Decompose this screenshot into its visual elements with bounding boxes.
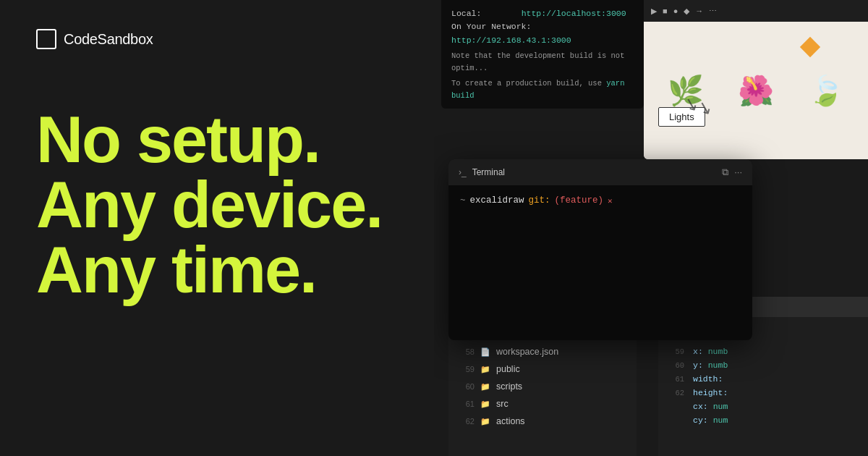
server-local-line: Local: http://localhost:3000	[451, 7, 634, 20]
line-num-58: 58	[460, 347, 475, 356]
file-tree-item-scripts[interactable]: 60 📁 scripts	[448, 378, 637, 395]
code-content-cx: cx: num	[693, 402, 728, 411]
line-num-60: 60	[460, 382, 475, 391]
foldername-public: public	[496, 364, 520, 374]
botanical-illustrations: 🌿 🌺 🍃	[644, 22, 868, 159]
network-url: http://192.168.43.1:3000	[451, 35, 571, 45]
foldername-src: src	[496, 399, 509, 409]
right-section: Local: http://localhost:3000 On Your Net…	[434, 0, 868, 456]
codesandbox-logo-icon	[36, 29, 56, 49]
circle-icon[interactable]: ●	[673, 7, 678, 15]
headline-line1: No setup.	[36, 107, 412, 172]
code-content-cy: cy: num	[693, 415, 728, 425]
terminal-prompt-line: ~ excalidraw git: (feature) ✕	[460, 195, 741, 206]
code-content-59: x: numb	[693, 347, 728, 356]
prompt-git-label: git:	[529, 195, 550, 206]
server-panel: Local: http://localhost:3000 On Your Net…	[441, 0, 644, 109]
folder-icon-actions: 📁	[480, 417, 490, 426]
code-line-61: 61 width:	[658, 372, 868, 386]
hero-headline: No setup. Any device. Any time.	[36, 107, 412, 303]
plant-icon-2: 🌺	[738, 74, 774, 108]
code-linenum-61: 61	[667, 375, 684, 384]
line-num-59: 59	[460, 365, 475, 373]
headline-line2: Any device.	[36, 172, 412, 237]
design-canvas: 🌿 🌺 🍃 Lights ↘↘	[644, 22, 868, 159]
local-url: http://localhost:3000	[522, 9, 626, 18]
code-content-60: y: numb	[693, 360, 728, 370]
code-line-60: 60 y: numb	[658, 358, 868, 372]
file-tree-panel: 57 📄 project.json 58 📄 workspace.json 59…	[448, 326, 637, 456]
code-linenum-62: 62	[667, 389, 684, 397]
file-tree-item-workspace[interactable]: 58 📄 workspace.json	[448, 343, 637, 360]
server-note2: To create a production build, use yarn b…	[451, 77, 634, 102]
terminal-body: ~ excalidraw git: (feature) ✕	[448, 185, 752, 216]
code-linenum-60: 60	[667, 361, 684, 370]
more-icon[interactable]: ⋯	[709, 7, 717, 16]
design-panel: ▶ ■ ● ◆ → ⋯ 🌿 🌺 🍃 Lights ↘↘	[644, 0, 868, 159]
code-linenum-59: 59	[667, 347, 684, 356]
foldername-actions: actions	[496, 416, 525, 426]
stop-icon[interactable]: ■	[663, 7, 668, 15]
file-tree-item-src[interactable]: 61 📁 src	[448, 395, 637, 413]
file-tree-item-actions[interactable]: 62 📁 actions	[448, 413, 637, 430]
code-line-62: 62 height:	[658, 386, 868, 400]
prompt-x: ✕	[608, 196, 613, 206]
server-note1: Note that the development build is not o…	[451, 50, 634, 75]
hero-section: CodeSandbox No setup. Any device. Any ti…	[0, 0, 448, 456]
arrow-right-icon[interactable]: →	[695, 7, 703, 15]
terminal-header: ›_ Terminal ⧉ ···	[448, 159, 752, 185]
terminal-expand-btn[interactable]: ⧉	[722, 166, 728, 178]
filename-workspace: workspace.json	[496, 347, 558, 357]
code-content-61: width:	[693, 374, 723, 384]
terminal-window: ›_ Terminal ⧉ ··· ~ excalidraw git: (fea…	[448, 159, 752, 340]
server-network-line: On Your Network: http://192.168.43.1:300…	[451, 20, 634, 47]
code-line-59: 59 x: numb	[658, 345, 868, 358]
prompt-arrow-icon: ~	[460, 195, 466, 206]
plant-icon-3: 🍃	[808, 74, 844, 108]
folder-icon-public: 📁	[480, 365, 490, 374]
folder-icon-scripts: 📁	[480, 382, 490, 392]
terminal-actions: ⧉ ···	[722, 166, 742, 178]
terminal-prompt-icon: ›_	[459, 167, 467, 177]
code-line-cx: cx: num	[658, 400, 868, 413]
file-tree-item-public[interactable]: 59 📁 public	[448, 360, 637, 378]
folder-icon-src: 📁	[480, 400, 490, 409]
code-line-cy: cy: num	[658, 413, 868, 427]
design-toolbar: ▶ ■ ● ◆ → ⋯	[644, 0, 868, 22]
logo-area: CodeSandbox	[36, 29, 412, 49]
file-icon-workspace: 📄	[480, 347, 490, 357]
line-num-62: 62	[460, 417, 475, 426]
terminal-menu-btn[interactable]: ···	[734, 166, 742, 178]
logo-text: CodeSandbox	[64, 31, 153, 48]
network-label: On Your Network:	[451, 22, 531, 31]
terminal-title: Terminal	[472, 167, 716, 177]
local-label: Local:	[451, 9, 481, 18]
diamond-toolbar-icon[interactable]: ◆	[684, 7, 689, 16]
foldername-scripts: scripts	[496, 381, 522, 392]
code-content-62: height:	[693, 388, 728, 397]
line-num-61: 61	[460, 400, 475, 408]
play-icon[interactable]: ▶	[651, 7, 657, 16]
headline-line3: Any time.	[36, 237, 412, 303]
prompt-branch: (feature)	[555, 195, 604, 206]
prompt-directory: excalidraw	[470, 195, 524, 206]
